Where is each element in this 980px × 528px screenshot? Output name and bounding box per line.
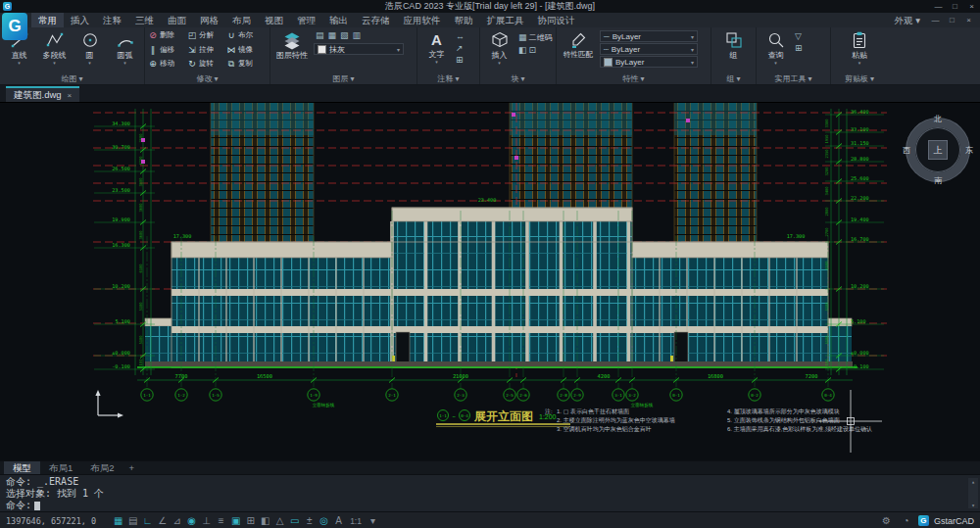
status-toggle-15[interactable]: A — [331, 515, 346, 526]
ribbon-tab-4[interactable]: 曲面 — [161, 13, 193, 27]
modify-tool-2[interactable]: ∪布尔 — [226, 28, 266, 43]
ribbon-tab-1[interactable]: 插入 — [64, 13, 96, 27]
drawing-canvas[interactable]: 1-11-21-51-92-12-32-52-62-82-93-13-20-10… — [0, 103, 980, 460]
quick-select-icon[interactable]: ▽ — [795, 32, 803, 41]
panel-label-clipboard[interactable]: 剪贴板 ▾ — [834, 73, 885, 84]
status-toggle-13[interactable]: ± — [302, 515, 317, 526]
compass-south[interactable]: 南 — [934, 175, 942, 186]
clean-screen-icon[interactable]: ◔ — [899, 515, 913, 526]
tool-paste[interactable]: 粘贴▾ — [844, 28, 876, 66]
panel-label-utilities[interactable]: 实用工具 ▾ — [760, 73, 827, 84]
ribbon-tab-0[interactable]: 常用 — [31, 13, 64, 27]
maximize-button[interactable]: □ — [947, 0, 963, 13]
layer-state-icon[interactable]: ▤ — [316, 31, 324, 40]
calculator-icon[interactable]: ⊞ — [795, 44, 803, 53]
document-tab[interactable]: 建筑图.dwg × — [6, 86, 79, 102]
add-layout-button[interactable]: + — [123, 461, 141, 474]
command-window[interactable]: 命令: _.ERASE选择对象: 找到 1 个 命令: ▴▾ — [0, 474, 980, 511]
command-prompt[interactable]: 命令: — [6, 500, 980, 511]
command-scrollbar[interactable]: ▴▾ — [968, 478, 978, 508]
tool-group[interactable]: 组 — [717, 28, 750, 61]
tool-circle[interactable]: 圆▾ — [74, 28, 106, 66]
tool-polyline[interactable]: 多段线▾ — [38, 28, 71, 66]
compass-west[interactable]: 西 — [903, 145, 910, 156]
settings-gear-icon[interactable]: ⚙ — [879, 515, 894, 526]
panel-label-properties[interactable]: 特性 ▾ — [560, 73, 708, 84]
scroll-down-icon[interactable]: ▾ — [971, 502, 975, 508]
ribbon-tab-11[interactable]: 应用软件 — [397, 13, 448, 27]
ribbon-tab-10[interactable]: 云存储 — [355, 13, 397, 27]
layout-tab-0[interactable]: 模型 — [4, 461, 40, 474]
table-icon[interactable]: ⊞ — [456, 56, 465, 65]
status-toggle-11[interactable]: △ — [272, 515, 287, 526]
status-toggle-9[interactable]: ⊞ — [243, 515, 258, 526]
status-toggle-12[interactable]: ▭ — [287, 515, 302, 526]
doc-close-button[interactable]: × — [960, 13, 977, 27]
appearance-menu[interactable]: 外观 ▾ — [888, 13, 927, 27]
layer-select[interactable]: 抹灰 ▾ — [314, 43, 404, 55]
compass-up-face[interactable]: 上 — [928, 140, 948, 160]
tool-text[interactable]: A 文字▾ — [420, 28, 453, 65]
status-toggle-4[interactable]: ⊿ — [170, 515, 184, 526]
tool-line[interactable]: 直线▾ — [3, 28, 35, 66]
status-toggle-3[interactable]: ∠ — [155, 515, 170, 526]
block-edit-icon[interactable]: ◧ — [518, 45, 527, 56]
drawing-viewport[interactable]: 1-11-21-51-92-12-32-52-62-82-93-13-20-10… — [0, 103, 980, 460]
navigation-compass[interactable]: 北 东 南 西 上 — [902, 114, 974, 186]
ribbon-tab-12[interactable]: 帮助 — [448, 13, 480, 27]
layer-freeze-icon[interactable]: ▧ — [340, 31, 349, 40]
tool-match-properties[interactable]: 特性匹配 — [560, 28, 597, 60]
status-toggle-17[interactable]: ▾ — [366, 515, 380, 526]
panel-label-annotate[interactable]: 注释 ▾ — [420, 73, 476, 84]
scroll-up-icon[interactable]: ▴ — [971, 478, 975, 485]
layout-tab-2[interactable]: 布局2 — [81, 461, 122, 474]
status-toggle-10[interactable]: ◧ — [258, 515, 272, 526]
ribbon-tab-2[interactable]: 注释 — [96, 13, 128, 27]
tool-insert-block[interactable]: 插入▾ — [483, 28, 515, 66]
status-toggle-7[interactable]: ≡ — [214, 515, 228, 526]
panel-label-modify[interactable]: 修改 ▾ — [148, 73, 267, 84]
lineweight-select[interactable]: ByLayer ▾ — [600, 56, 698, 68]
tool-qrcode[interactable]: ▦ 二维码 — [518, 32, 553, 43]
ribbon-tab-14[interactable]: 协同设计 — [531, 13, 582, 27]
modify-tool-3[interactable]: ∥偏移 — [148, 43, 187, 58]
layer-isolate-icon[interactable]: ▦ — [328, 31, 337, 40]
tool-arc[interactable]: 圆弧▾ — [109, 28, 141, 66]
status-toggle-8[interactable]: ▣ — [228, 515, 243, 526]
panel-label-block[interactable]: 块 ▾ — [483, 73, 553, 84]
tool-inquiry[interactable]: 查询▾ — [760, 28, 792, 66]
tool-layer-properties[interactable]: 图层特性 — [273, 28, 311, 61]
modify-tool-0[interactable]: ⊘删除 — [148, 28, 187, 43]
ribbon-tab-5[interactable]: 网格 — [193, 13, 225, 27]
leader-icon[interactable]: ↗ — [456, 44, 465, 53]
modify-tool-8[interactable]: ⧉复制 — [226, 57, 266, 72]
ribbon-tab-13[interactable]: 扩展工具 — [480, 13, 531, 27]
minimize-button[interactable]: — — [930, 0, 947, 13]
ribbon-tab-7[interactable]: 视图 — [258, 13, 290, 27]
ribbon-tab-9[interactable]: 输出 — [322, 13, 355, 27]
status-toggle-16[interactable]: 1:1 — [346, 516, 366, 526]
compass-north[interactable]: 北 — [934, 114, 942, 124]
panel-label-layer[interactable]: 图层 ▾ — [273, 73, 414, 84]
modify-tool-5[interactable]: ⋈镜像 — [226, 43, 266, 58]
modify-tool-6[interactable]: ⊕移动 — [148, 57, 187, 72]
close-button[interactable]: × — [963, 0, 980, 13]
panel-label-draw[interactable]: 绘图 ▾ — [3, 73, 141, 84]
modify-tool-4[interactable]: ⇲拉伸 — [187, 43, 226, 58]
tab-close-icon[interactable]: × — [68, 91, 73, 100]
panel-label-group[interactable]: 组 ▾ — [714, 73, 753, 84]
block-attr-icon[interactable]: ⊡ — [529, 45, 537, 56]
status-toggle-5[interactable]: ◉ — [184, 515, 199, 526]
dimension-icon[interactable]: ↔ — [456, 32, 465, 41]
status-toggle-14[interactable]: ◎ — [317, 515, 331, 526]
status-toggle-0[interactable]: ▦ — [111, 515, 125, 526]
color-select[interactable]: ─ ByLayer ▾ — [600, 30, 698, 42]
ribbon-tab-8[interactable]: 管理 — [290, 13, 322, 27]
layer-lock-icon[interactable]: ▥ — [353, 31, 362, 40]
layout-tab-1[interactable]: 布局1 — [40, 461, 81, 474]
ribbon-tab-3[interactable]: 三维 — [128, 13, 161, 27]
modify-tool-1[interactable]: ◰分解 — [187, 28, 226, 43]
doc-minimize-button[interactable]: — — [927, 13, 944, 27]
status-toggle-2[interactable]: ∟ — [140, 515, 155, 526]
doc-restore-button[interactable]: □ — [944, 13, 960, 27]
